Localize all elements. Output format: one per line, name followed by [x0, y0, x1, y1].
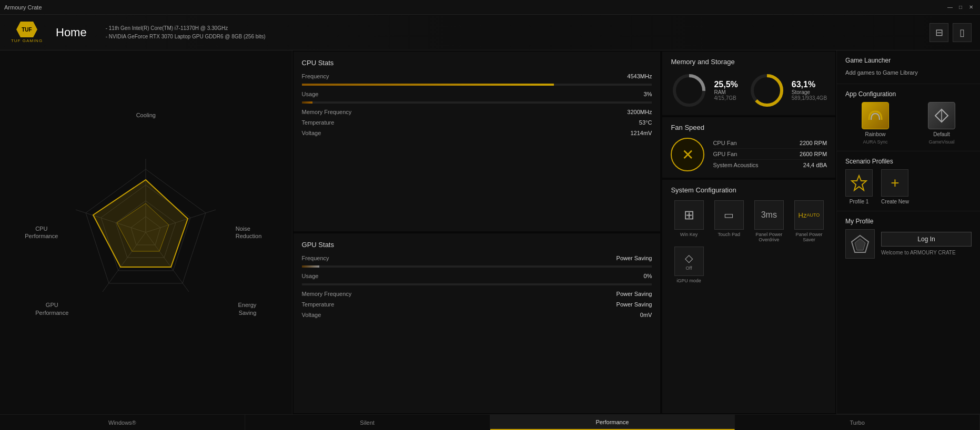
radar-label-noise: NoiseReduction [236, 225, 262, 240]
profile-right: Log In Welcome to ARMOURY CRATE [881, 232, 972, 255]
radar-svg [51, 138, 240, 327]
create-new-label: Create New [881, 199, 909, 204]
gpu-info: NVIDIA GeForce RTX 3070 Laptop GPU GDDR6… [106, 33, 266, 41]
fan-content: ✕ CPU Fan 2200 RPM GPU Fan 2600 RPM Syst… [671, 138, 827, 171]
storage-info: 63,1% Storage 589,1/933,4GB [792, 80, 827, 101]
cpu-usage-label: Usage [302, 91, 319, 97]
system-info: 11th Gen Intel(R) Core(TM) i7-11370H @ 3… [106, 24, 266, 41]
radar-label-energy: EnergySaving [238, 301, 256, 316]
cpu-fan-value: 2200 RPM [800, 140, 827, 146]
cpu-memfreq-row: Memory Frequency 3200MHz [302, 109, 652, 115]
cpu-voltage-label: Voltage [302, 130, 321, 136]
cpu-temp-row: Temperature 53°C [302, 119, 652, 126]
gpu-usage-value: 0% [644, 273, 652, 279]
tab-silent[interactable]: Silent [245, 415, 490, 430]
cpu-freq-value: 4543MHz [627, 73, 652, 79]
igpu-icon: ◇ Off [674, 247, 704, 276]
maximize-button[interactable]: □ [956, 3, 965, 12]
default-label: Default [933, 131, 950, 137]
rainbow-label: Rainbow [865, 131, 886, 137]
right-stats-panel: Memory and Storage 25,5% RAM [661, 50, 836, 414]
svg-marker-17 [852, 176, 866, 190]
panel-saver-item[interactable]: HzAUTO Panel PowerSaver [791, 200, 827, 242]
cpu-freq-label: Frequency [302, 73, 329, 79]
gpu-temp-row: Temperature Power Saving [302, 301, 652, 308]
system-config-title: System Configuration [671, 186, 827, 194]
profile1-icon [845, 169, 873, 197]
touchpad-item[interactable]: ▭ Touch Pad [711, 200, 747, 242]
gpu-voltage-value: 0mV [640, 312, 652, 318]
tab-performance[interactable]: Performance [490, 415, 735, 430]
ram-percent: 25,5% [714, 80, 737, 89]
app-config-title: App Configuration [845, 90, 972, 98]
fan-speed-section: Fan Speed ✕ CPU Fan 2200 RPM GPU Fan 260… [662, 117, 835, 178]
acoustics-label: System Acoustics [713, 162, 758, 168]
storage-widget: 63,1% Storage 589,1/933,4GB [749, 72, 827, 109]
panel-saver-label: Panel PowerSaver [795, 232, 822, 242]
window-controls: — □ ✕ [945, 3, 976, 12]
storage-detail: 589,1/933,4GB [792, 95, 827, 101]
cpu-usage-value: 3% [644, 91, 652, 97]
login-button[interactable]: Log In [881, 232, 972, 247]
cpu-memfreq-value: 3200MHz [627, 109, 652, 115]
app-title: Armoury Crate [4, 4, 42, 11]
system-config-section: System Configuration ⊞ Win Key ▭ Touch P… [662, 180, 835, 413]
header-actions: ⊟ ▯ [930, 23, 972, 42]
cpu-temp-label: Temperature [302, 119, 335, 126]
my-profile-content: Log In Welcome to ARMOURY CRATE [845, 229, 972, 259]
panel-saver-icon: HzAUTO [794, 200, 824, 230]
igpu-item[interactable]: ◇ Off iGPU mode [671, 247, 706, 283]
gamevisual-label: GameVisual [929, 139, 955, 145]
aura-profiles: Rainbow AURA Sync Default GameVisual [845, 102, 972, 145]
game-launcher-desc: Add games to Game Library [845, 68, 972, 77]
cpu-freq-bar-fill [302, 84, 554, 86]
aura-sync-label: AURA Sync [863, 139, 888, 145]
memory-storage-section: Memory and Storage 25,5% RAM [662, 52, 835, 115]
cpu-stats-title: CPU Stats [302, 59, 652, 67]
layout-button-1[interactable]: ⊟ [930, 23, 948, 42]
scenario-profiles-section: Scenario Profiles Profile 1 + Create New [837, 151, 980, 211]
default-icon [928, 102, 955, 129]
fan-speed-title: Fan Speed [671, 124, 827, 131]
profile1-item[interactable]: Profile 1 [845, 169, 873, 204]
radar-label-cooling: Cooling [136, 111, 156, 119]
cpu-freq-bar [302, 84, 652, 86]
gpu-usage-label: Usage [302, 273, 319, 279]
default-profile-item[interactable]: Default GameVisual [928, 102, 955, 145]
win-key-label: Win Key [680, 232, 698, 237]
close-button[interactable]: ✕ [966, 3, 976, 12]
panel-overdrive-item[interactable]: 3ms Panel PowerOverdrive [751, 200, 787, 242]
layout-button-2[interactable]: ▯ [953, 23, 972, 42]
gpu-usage-row: Usage 0% [302, 273, 652, 279]
gpu-freq-bar-fill [302, 265, 319, 268]
game-launcher-section[interactable]: Game Launcher Add games to Game Library [837, 50, 980, 84]
gpu-stats-title: GPU Stats [302, 241, 652, 249]
gpu-memfreq-label: Memory Frequency [302, 291, 352, 297]
create-new-item[interactable]: + Create New [881, 169, 909, 204]
minimize-button[interactable]: — [945, 3, 955, 12]
header: TUF TUF GAMING Home 11th Gen Intel(R) Co… [0, 15, 980, 50]
cpu-fan-row: CPU Fan 2200 RPM [713, 138, 827, 149]
cpu-memfreq-label: Memory Frequency [302, 109, 352, 115]
gpu-freq-bar [302, 265, 652, 268]
tab-windows[interactable]: Windows® [0, 415, 245, 430]
config-grid: ⊞ Win Key ▭ Touch Pad 3ms Panel PowerOve… [671, 200, 827, 283]
tab-turbo[interactable]: Turbo [735, 415, 980, 430]
win-key-item[interactable]: ⊞ Win Key [671, 200, 706, 242]
panel-overdrive-icon: 3ms [754, 200, 784, 230]
memory-storage-widgets: 25,5% RAM 4/15,7GB 63,1% [671, 72, 827, 109]
gpu-fan-value: 2600 RPM [800, 151, 827, 157]
welcome-text: Welcome to ARMOURY CRATE [881, 250, 972, 255]
cpu-info: 11th Gen Intel(R) Core(TM) i7-11370H @ 3… [106, 24, 266, 33]
storage-percent: 63,1% [792, 80, 827, 89]
radar-label-cpu: CPUPerformance [25, 225, 58, 240]
cpu-voltage-value: 1214mV [630, 130, 652, 136]
cpu-usage-bar-fill [302, 101, 312, 104]
radar-chart: Cooling NoiseReduction EnergySaving GPUP… [19, 106, 272, 359]
gpu-fan-label: GPU Fan [713, 151, 737, 157]
gpu-usage-bar [302, 283, 652, 285]
gpu-stats-section: GPU Stats Frequency Power Saving Usage 0… [294, 233, 661, 413]
cpu-stats-section: CPU Stats Frequency 4543MHz Usage 3% Mem… [294, 52, 661, 231]
rainbow-profile-item[interactable]: Rainbow AURA Sync [862, 102, 889, 145]
far-right-panel: Game Launcher Add games to Game Library … [836, 50, 980, 414]
